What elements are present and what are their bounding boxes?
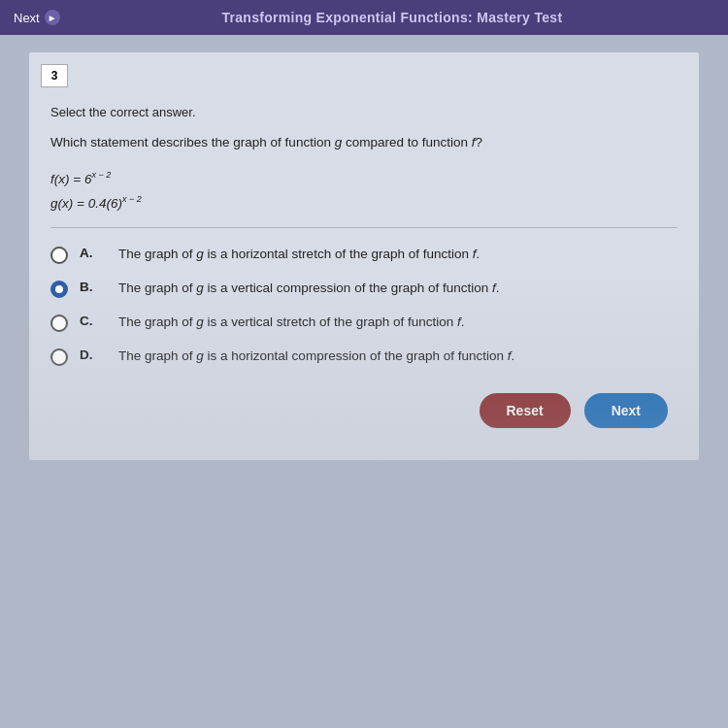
option-a-text: The graph of g is a horizontal stretch o…	[118, 246, 480, 264]
radio-b[interactable]	[50, 281, 68, 298]
question-text: Which statement describes the graph of f…	[50, 133, 678, 152]
question-card: 3 Select the correct answer. Which state…	[29, 52, 699, 460]
next-button[interactable]: Next	[584, 393, 668, 428]
page-title: Transforming Exponential Functions: Mast…	[70, 10, 714, 25]
option-d-letter: D.	[80, 347, 99, 362]
radio-c[interactable]	[50, 314, 68, 332]
function-g: g(x) = 0.4(6)x − 2	[50, 194, 678, 211]
function-f: f(x) = 6x − 2	[50, 170, 678, 186]
option-d[interactable]: D. The graph of g is a horizontal compre…	[50, 347, 678, 366]
buttons-row: Reset Next	[50, 393, 678, 428]
content-area: 3 Select the correct answer. Which state…	[0, 52, 728, 507]
option-b[interactable]: B. The graph of g is a vertical compress…	[50, 280, 678, 298]
option-a-letter: A.	[80, 246, 99, 260]
divider	[50, 227, 678, 228]
option-a[interactable]: A. The graph of g is a horizontal stretc…	[50, 246, 678, 264]
options-list: A. The graph of g is a horizontal stretc…	[50, 246, 678, 366]
next-nav[interactable]: Next ►	[14, 10, 60, 25]
arrow-icon: ►	[45, 10, 60, 25]
radio-d[interactable]	[50, 348, 68, 366]
next-nav-label: Next	[14, 11, 40, 25]
reset-button[interactable]: Reset	[480, 393, 571, 428]
option-c[interactable]: C. The graph of g is a vertical stretch …	[50, 314, 678, 332]
instructions: Select the correct answer.	[50, 105, 678, 119]
option-c-text: The graph of g is a vertical stretch of …	[118, 314, 465, 332]
radio-a[interactable]	[50, 247, 68, 264]
radio-b-inner	[55, 285, 63, 293]
option-c-letter: C.	[80, 314, 99, 328]
option-d-text: The graph of g is a horizontal compressi…	[118, 347, 514, 366]
top-bar: Next ► Transforming Exponential Function…	[0, 0, 728, 35]
question-number: 3	[41, 64, 68, 87]
option-b-text: The graph of g is a vertical compression…	[118, 280, 500, 298]
option-b-letter: B.	[80, 280, 99, 294]
